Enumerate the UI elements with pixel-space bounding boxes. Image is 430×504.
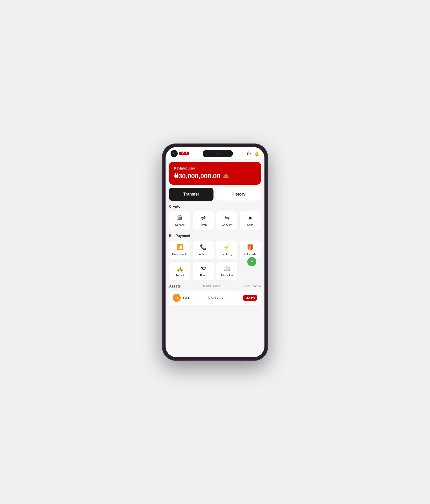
deposit-icon: 🏛 <box>177 215 183 221</box>
balance-amount: ₦30,000,000.00 <box>174 172 220 180</box>
education[interactable]: 📖 Education <box>216 261 237 281</box>
crypto-section-title: Crypto <box>169 204 261 208</box>
hide-balance-icon[interactable]: 🙈 <box>223 173 229 179</box>
data-bundle-label: Data Bundle <box>172 253 187 256</box>
bill-section-title: Bill Payment <box>169 234 261 238</box>
action-buttons: Transfer History <box>169 188 261 201</box>
crypto-section: Crypto 🏛 Deposit ⇄ Swap ⇆ Convert <box>169 204 261 230</box>
assets-header: Assets Market Price Price Change <box>169 284 261 288</box>
bell-icon[interactable]: 🔔 <box>254 151 259 156</box>
btc-price-change: -3.41% <box>243 295 257 301</box>
app-logo: 🐾 <box>171 150 178 157</box>
assets-title: Assets <box>169 284 181 288</box>
history-button[interactable]: History <box>216 188 261 201</box>
status-bar: 🐾 LVL 1 ⏻ 🔔 <box>166 147 264 159</box>
user-name: Kaylabit User <box>174 166 256 170</box>
gift-cards[interactable]: 🎁 Gift cards <box>239 240 261 259</box>
food[interactable]: 🍽 Food <box>193 261 214 281</box>
convert-icon: ⇆ <box>225 215 229 221</box>
send-icon: ➤ <box>248 215 253 221</box>
btc-price: $92,178.72 <box>208 296 225 300</box>
asset-left: B BTC <box>173 294 191 302</box>
airtime-label: Airtime <box>199 253 207 256</box>
data-bundle[interactable]: 📶 Data Bundle <box>169 240 191 259</box>
floating-action-button[interactable]: + <box>247 257 256 266</box>
notch-dot <box>217 153 219 155</box>
phone-screen: 🐾 LVL 1 ⏻ 🔔 Kaylabit User ₦30,000,000.00… <box>166 147 264 357</box>
asset-row-btc[interactable]: B BTC $92,178.72 -3.41% <box>169 291 261 305</box>
airtime-icon: 📞 <box>200 244 207 251</box>
transit-icon: 🚕 <box>176 265 183 272</box>
asset-name-btc: BTC <box>183 296 191 300</box>
bill-section: Bill Payment 📶 Data Bundle 📞 Airtime ⚡ E… <box>169 234 261 281</box>
crypto-grid: 🏛 Deposit ⇄ Swap ⇆ Convert ➤ Send <box>169 211 261 230</box>
crypto-deposit[interactable]: 🏛 Deposit <box>169 211 191 230</box>
electricity[interactable]: ⚡ Electricity <box>216 240 237 259</box>
scroll-content[interactable]: Kaylabit User ₦30,000,000.00 🙈 Transfer … <box>166 159 264 357</box>
bill-grid-row2: 🚕 Transit 🍽 Food 📖 Education <box>169 261 261 281</box>
crypto-convert[interactable]: ⇆ Convert <box>216 211 237 230</box>
gift-cards-label: Gift cards <box>244 253 256 256</box>
food-label: Food <box>200 274 206 277</box>
transit[interactable]: 🚕 Transit <box>169 261 191 281</box>
level-badge: LVL 1 <box>179 152 189 155</box>
education-icon: 📖 <box>223 265 230 272</box>
phone-device: 🐾 LVL 1 ⏻ 🔔 Kaylabit User ₦30,000,000.00… <box>162 143 268 361</box>
food-icon: 🍽 <box>201 265 206 272</box>
price-change-header: Price Change <box>243 284 261 288</box>
power-icon[interactable]: ⏻ <box>247 151 251 156</box>
deposit-label: Deposit <box>175 223 184 226</box>
balance-card: Kaylabit User ₦30,000,000.00 🙈 <box>169 162 261 185</box>
send-label: Send <box>247 223 254 226</box>
transit-label: Transit <box>176 274 184 277</box>
airtime[interactable]: 📞 Airtime <box>193 240 214 259</box>
crypto-swap[interactable]: ⇄ Swap <box>193 211 214 230</box>
btc-icon: B <box>173 294 181 302</box>
assets-section: Assets Market Price Price Change B BTC $… <box>169 284 261 305</box>
electricity-icon: ⚡ <box>223 244 230 251</box>
electricity-label: Electricity <box>221 253 233 256</box>
data-bundle-icon: 📶 <box>176 244 183 251</box>
gift-cards-icon: 🎁 <box>247 244 254 251</box>
convert-label: Convert <box>222 223 232 226</box>
bill-grid-row1: 📶 Data Bundle 📞 Airtime ⚡ Electricity 🎁 … <box>169 240 261 259</box>
notch <box>203 150 233 157</box>
balance-row: ₦30,000,000.00 🙈 <box>174 172 256 180</box>
swap-icon: ⇄ <box>201 215 206 221</box>
status-right: ⏻ 🔔 <box>247 151 259 156</box>
education-label: Education <box>221 274 233 277</box>
market-price-header: Market Price <box>203 284 220 288</box>
swap-label: Swap <box>200 223 207 226</box>
status-left: 🐾 LVL 1 <box>171 150 189 157</box>
crypto-send[interactable]: ➤ Send <box>239 211 261 230</box>
transfer-button[interactable]: Transfer <box>169 188 213 201</box>
